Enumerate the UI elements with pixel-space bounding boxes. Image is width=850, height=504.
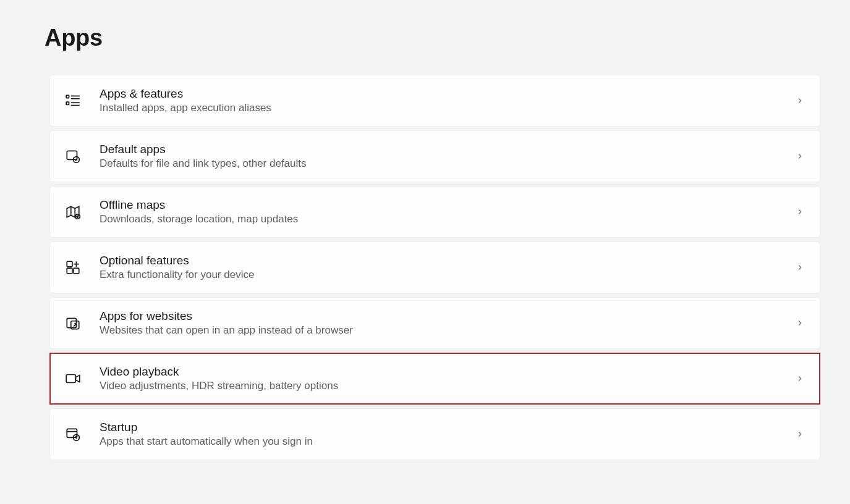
offline-maps-item[interactable]: Offline maps Downloads, storage location… (49, 186, 820, 238)
item-title: Optional features (100, 254, 794, 267)
video-playback-item[interactable]: Video playback Video adjustments, HDR st… (49, 353, 820, 405)
svg-rect-1 (66, 102, 69, 104)
item-subtitle: Downloads, storage location, map updates (100, 213, 794, 225)
item-text: Offline maps Downloads, storage location… (100, 198, 794, 225)
svg-rect-12 (67, 268, 72, 274)
default-apps-icon (64, 147, 82, 166)
chevron-right-icon (794, 261, 806, 274)
apps-websites-item[interactable]: Apps for websites Websites that can open… (49, 297, 820, 349)
item-text: Apps for websites Websites that can open… (100, 309, 794, 337)
startup-icon (64, 425, 82, 443)
item-text: Optional features Extra functionality fo… (100, 254, 794, 281)
svg-rect-19 (67, 429, 77, 437)
item-subtitle: Defaults for file and link types, other … (100, 158, 794, 170)
item-title: Offline maps (100, 198, 794, 212)
item-title: Default apps (100, 143, 794, 156)
default-apps-item[interactable]: Default apps Defaults for file and link … (49, 130, 820, 182)
chevron-right-icon (794, 150, 806, 162)
item-subtitle: Installed apps, app execution aliases (100, 102, 794, 114)
item-title: Apps & features (100, 87, 794, 101)
apps-features-item[interactable]: Apps & features Installed apps, app exec… (49, 75, 820, 127)
item-text: Default apps Defaults for file and link … (100, 143, 794, 170)
chevron-right-icon (794, 94, 806, 107)
startup-item[interactable]: Startup Apps that start automatically wh… (49, 408, 820, 460)
chevron-right-icon (794, 317, 806, 329)
item-subtitle: Apps that start automatically when you s… (100, 435, 794, 448)
svg-rect-16 (67, 318, 76, 327)
page-title: Apps (45, 25, 820, 51)
item-text: Apps & features Installed apps, app exec… (100, 87, 794, 114)
optional-features-item[interactable]: Optional features Extra functionality fo… (49, 242, 820, 293)
item-title: Video playback (100, 365, 794, 379)
item-text: Startup Apps that start automatically wh… (100, 421, 794, 448)
item-subtitle: Websites that can open in an app instead… (100, 324, 794, 337)
item-subtitle: Extra functionality for your device (100, 269, 794, 281)
settings-list: Apps & features Installed apps, app exec… (45, 75, 820, 460)
item-title: Startup (100, 421, 794, 434)
apps-list-icon (64, 91, 82, 110)
apps-settings-page: Apps Apps & features Installed apps, app… (0, 0, 850, 460)
chevron-right-icon (794, 372, 806, 385)
svg-rect-13 (74, 268, 79, 274)
chevron-right-icon (794, 428, 806, 440)
website-app-icon (64, 314, 82, 332)
svg-rect-6 (67, 151, 77, 159)
svg-rect-18 (66, 375, 75, 383)
item-subtitle: Video adjustments, HDR streaming, batter… (100, 380, 794, 392)
grid-plus-icon (64, 258, 82, 277)
video-icon (64, 369, 82, 388)
svg-rect-11 (67, 261, 72, 267)
map-icon (64, 203, 82, 221)
chevron-right-icon (794, 206, 806, 218)
svg-rect-0 (66, 95, 69, 98)
item-text: Video playback Video adjustments, HDR st… (100, 365, 794, 392)
item-title: Apps for websites (100, 309, 794, 323)
